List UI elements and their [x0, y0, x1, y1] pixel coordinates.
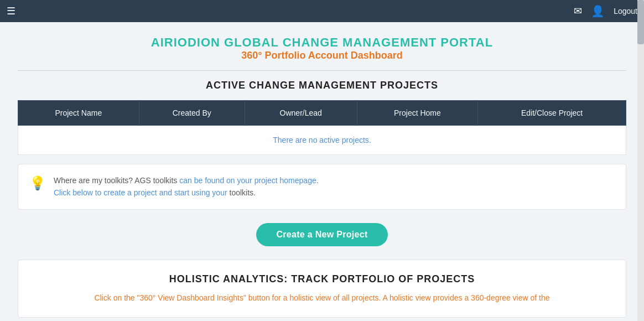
col-project-name: Project Name: [18, 101, 139, 126]
create-new-project-button[interactable]: Create a New Project: [256, 223, 387, 246]
toolkit-line2: Click below to create a project and star…: [54, 188, 256, 197]
scrollbar-track[interactable]: [637, 0, 644, 321]
portal-title-sub: 360° Portfolio Account Dashboard: [18, 50, 626, 61]
col-edit-close: Edit/Close Project: [478, 101, 626, 126]
user-account-icon[interactable]: 👤: [591, 4, 605, 18]
active-projects-heading: ACTIVE CHANGE MANAGEMENT PROJECTS: [18, 80, 626, 91]
holistic-analytics-section: HOLISTIC ANALYTICS: TRACK PORTFOLIO OF P…: [18, 260, 626, 318]
nav-left: ☰: [7, 5, 15, 17]
projects-table: Project Name Created By Owner/Lead Proje…: [18, 100, 626, 155]
empty-message: There are no active projects.: [18, 126, 626, 155]
col-owner-lead: Owner/Lead: [245, 101, 357, 126]
divider: [18, 70, 626, 71]
top-navigation: ☰ ✉ 👤 Logout: [0, 0, 644, 22]
table-header-row: Project Name Created By Owner/Lead Proje…: [18, 101, 626, 126]
nav-right: ✉ 👤 Logout: [574, 4, 637, 18]
lightbulb-icon: 💡: [29, 175, 46, 191]
holistic-analytics-heading: HOLISTIC ANALYTICS: TRACK PORTFOLIO OF P…: [29, 273, 615, 285]
hamburger-menu-icon[interactable]: ☰: [7, 5, 15, 17]
portal-title: AIRIODION GLOBAL CHANGE MANAGEMENT PORTA…: [18, 35, 626, 61]
col-project-home: Project Home: [357, 101, 478, 126]
toolkit-info-box: 💡 Where are my toolkits? AGS toolkits ca…: [18, 164, 626, 210]
mail-icon[interactable]: ✉: [574, 5, 582, 17]
col-created-by: Created By: [139, 101, 245, 126]
logout-button[interactable]: Logout: [614, 7, 637, 15]
scrollbar-thumb[interactable]: [637, 0, 644, 44]
portal-title-main: AIRIODION GLOBAL CHANGE MANAGEMENT PORTA…: [18, 35, 626, 50]
table-row: There are no active projects.: [18, 126, 626, 155]
active-projects-section: ACTIVE CHANGE MANAGEMENT PROJECTS Projec…: [18, 80, 626, 155]
main-content: AIRIODION GLOBAL CHANGE MANAGEMENT PORTA…: [0, 22, 644, 321]
toolkit-description: Where are my toolkits? AGS toolkits can …: [54, 174, 319, 199]
create-button-container: Create a New Project: [18, 223, 626, 246]
toolkit-line1: Where are my toolkits? AGS toolkits can …: [54, 176, 319, 185]
holistic-analytics-description: Click on the "360° View Dashboard Insigh…: [29, 292, 615, 304]
